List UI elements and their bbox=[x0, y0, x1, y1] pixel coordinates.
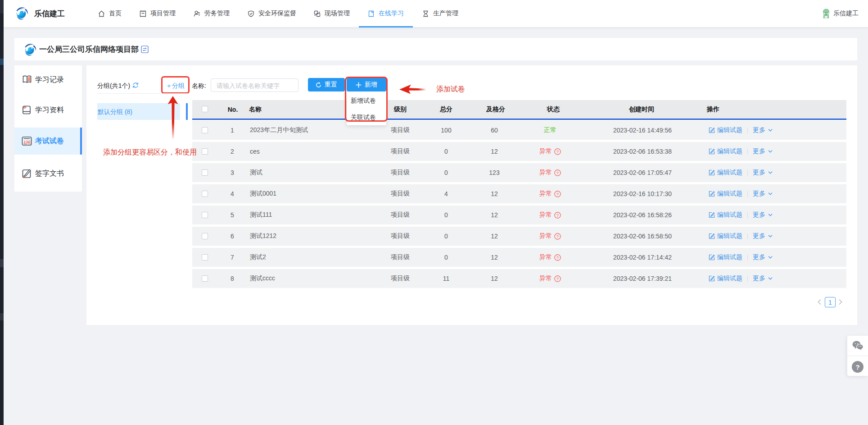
svg-text:?: ? bbox=[556, 234, 559, 239]
svg-text:?: ? bbox=[556, 276, 559, 281]
svg-text:100: 100 bbox=[23, 140, 30, 144]
svg-text:?: ? bbox=[556, 255, 559, 260]
svg-text:?: ? bbox=[556, 213, 559, 218]
svg-text:?: ? bbox=[556, 149, 559, 154]
svg-text:?: ? bbox=[556, 192, 559, 197]
svg-text:?: ? bbox=[556, 170, 559, 175]
